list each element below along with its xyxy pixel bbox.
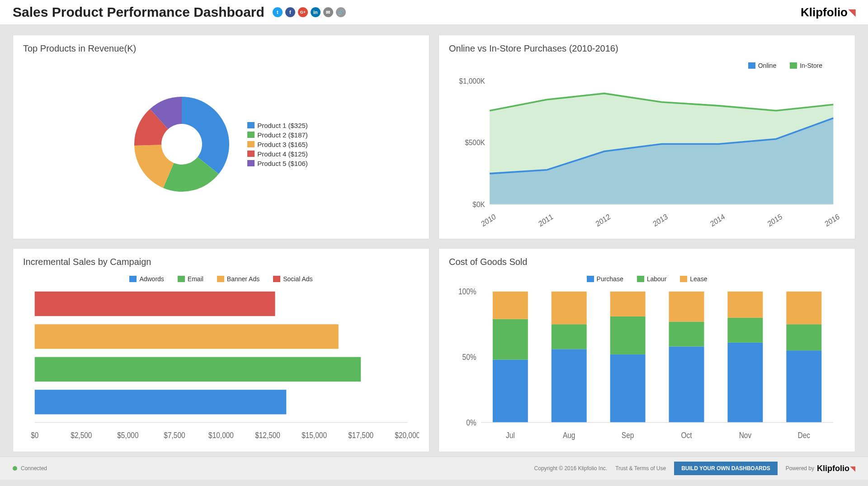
legend-item[interactable]: Product 5 ($106) bbox=[247, 160, 308, 167]
cogs-chart: 0%50%100%JulAugSepOctNovDec bbox=[449, 288, 845, 444]
cogs-svg: 0%50%100%JulAugSepOctNovDec bbox=[449, 288, 845, 444]
stack-lease[interactable] bbox=[669, 291, 704, 321]
panel-online-instore: Online vs In-Store Purchases (2010-2016)… bbox=[439, 35, 855, 239]
copyright-text: Copyright © 2016 Klipfolio Inc. bbox=[534, 465, 608, 472]
build-dashboards-button[interactable]: BUILD YOUR OWN DASHBOARDS bbox=[674, 462, 777, 475]
share-icons: t f G+ in ✉ 🔗 bbox=[273, 7, 346, 17]
status-dot-icon bbox=[13, 466, 17, 471]
legend-label: Purchase bbox=[597, 275, 623, 283]
stack-labour[interactable] bbox=[552, 324, 587, 349]
stack-labour[interactable] bbox=[786, 324, 821, 350]
panel-top-products: Top Products in Revenue(K) Product 1 ($3… bbox=[13, 35, 429, 239]
legend-swatch bbox=[247, 141, 255, 147]
linkedin-icon[interactable]: in bbox=[311, 7, 321, 17]
stack-labour[interactable] bbox=[493, 319, 528, 359]
stack-labour[interactable] bbox=[669, 321, 704, 346]
y-tick-label: 0% bbox=[466, 417, 476, 427]
y-tick-label: $500K bbox=[465, 138, 485, 147]
stack-lease[interactable] bbox=[786, 291, 821, 324]
legend-swatch bbox=[247, 160, 255, 166]
x-tick-label: Dec bbox=[798, 430, 811, 440]
stack-purchase[interactable] bbox=[786, 350, 821, 422]
legend-label: Social Ads bbox=[283, 275, 312, 283]
hbar-legend: AdwordsEmailBanner AdsSocial Ads bbox=[23, 275, 419, 283]
legend-swatch bbox=[217, 276, 224, 282]
legend-label: Banner Ads bbox=[227, 275, 259, 283]
x-tick-label: 2014 bbox=[709, 212, 726, 228]
x-tick-label: $7,500 bbox=[164, 430, 185, 440]
stack-lease[interactable] bbox=[610, 291, 646, 316]
legend-item[interactable]: Email bbox=[178, 275, 203, 283]
legend-label: Online bbox=[758, 62, 776, 69]
legend-item[interactable]: Product 3 ($165) bbox=[247, 141, 308, 148]
area-chart: $0K$500K$1,000K2010201120122013201420152… bbox=[449, 75, 845, 231]
area-legend: OnlineIn-Store bbox=[449, 62, 845, 69]
legend-label: Product 4 ($125) bbox=[257, 150, 308, 158]
stack-lease[interactable] bbox=[493, 291, 528, 319]
legend-item[interactable]: Product 4 ($125) bbox=[247, 150, 308, 158]
legend-swatch bbox=[273, 276, 280, 282]
connection-status: Connected bbox=[21, 465, 47, 472]
x-tick-label: $0 bbox=[31, 430, 38, 440]
hbar-adwords[interactable] bbox=[35, 390, 287, 414]
header-left: Sales Product Performance Dashboard t f … bbox=[13, 5, 346, 20]
email-icon[interactable]: ✉ bbox=[323, 7, 333, 17]
footer-right: Copyright © 2016 Klipfolio Inc. Trust & … bbox=[534, 462, 855, 475]
stack-lease[interactable] bbox=[552, 291, 587, 324]
legend-label: Email bbox=[188, 275, 203, 283]
stack-lease[interactable] bbox=[727, 291, 763, 317]
x-tick-label: 2012 bbox=[594, 212, 612, 228]
stack-purchase[interactable] bbox=[727, 342, 763, 422]
hbar-social-ads[interactable] bbox=[35, 291, 275, 316]
legend-item[interactable]: Online bbox=[748, 62, 776, 69]
panel-title-incremental: Incremental Sales by Campaign bbox=[23, 257, 419, 267]
y-tick-label: 50% bbox=[462, 352, 476, 362]
dashboard-grid: Top Products in Revenue(K) Product 1 ($3… bbox=[0, 25, 868, 457]
legend-item[interactable]: Adwords bbox=[129, 275, 164, 283]
google-icon[interactable]: G+ bbox=[298, 7, 308, 17]
stack-purchase[interactable] bbox=[552, 349, 587, 422]
y-tick-label: $1,000K bbox=[459, 76, 485, 85]
legend-item[interactable]: Banner Ads bbox=[217, 275, 259, 283]
footer: Connected Copyright © 2016 Klipfolio Inc… bbox=[0, 457, 868, 480]
legend-label: Product 2 ($187) bbox=[257, 131, 308, 139]
panel-title-online-instore: Online vs In-Store Purchases (2010-2016) bbox=[449, 43, 845, 54]
stack-purchase[interactable] bbox=[493, 359, 528, 422]
legend-swatch bbox=[748, 62, 755, 69]
brand-arrow-icon: ◥ bbox=[849, 7, 855, 18]
terms-link[interactable]: Trust & Terms of Use bbox=[615, 465, 666, 472]
legend-swatch bbox=[790, 62, 797, 69]
legend-swatch bbox=[247, 122, 255, 128]
hbar-banner-ads[interactable] bbox=[35, 324, 339, 349]
stack-labour[interactable] bbox=[610, 316, 646, 354]
twitter-icon[interactable]: t bbox=[273, 7, 283, 17]
legend-item[interactable]: Purchase bbox=[587, 275, 623, 283]
donut-legend: Product 1 ($325)Product 2 ($187)Product … bbox=[247, 122, 308, 167]
legend-swatch bbox=[178, 276, 185, 282]
legend-item[interactable]: Lease bbox=[680, 275, 707, 283]
legend-label: Product 5 ($106) bbox=[257, 160, 308, 167]
legend-label: In-Store bbox=[800, 62, 822, 69]
hbar-email[interactable] bbox=[35, 357, 361, 381]
link-icon[interactable]: 🔗 bbox=[336, 7, 346, 17]
x-tick-label: 2016 bbox=[823, 212, 840, 228]
stack-purchase[interactable] bbox=[610, 354, 646, 422]
stack-purchase[interactable] bbox=[669, 346, 704, 422]
stack-labour[interactable] bbox=[727, 317, 763, 342]
legend-item[interactable]: Social Ads bbox=[273, 275, 312, 283]
legend-item[interactable]: In-Store bbox=[790, 62, 822, 69]
footer-brand-text: Klipfolio bbox=[817, 464, 849, 473]
facebook-icon[interactable]: f bbox=[285, 7, 295, 17]
donut-hole bbox=[161, 124, 202, 165]
panel-title-cogs: Cost of Goods Sold bbox=[449, 257, 845, 267]
legend-label: Lease bbox=[690, 275, 707, 283]
legend-item[interactable]: Product 1 ($325) bbox=[247, 122, 308, 129]
legend-swatch bbox=[129, 276, 137, 282]
hbar-svg: $0$2,500$5,000$7,500$10,000$12,500$15,00… bbox=[23, 288, 419, 444]
brand-text: Klipfolio bbox=[801, 5, 848, 19]
footer-brand-arrow-icon: ◥ bbox=[850, 465, 855, 472]
legend-item[interactable]: Labour bbox=[637, 275, 667, 283]
legend-item[interactable]: Product 2 ($187) bbox=[247, 131, 308, 139]
legend-label: Product 3 ($165) bbox=[257, 141, 308, 148]
x-tick-label: 2010 bbox=[480, 212, 497, 228]
